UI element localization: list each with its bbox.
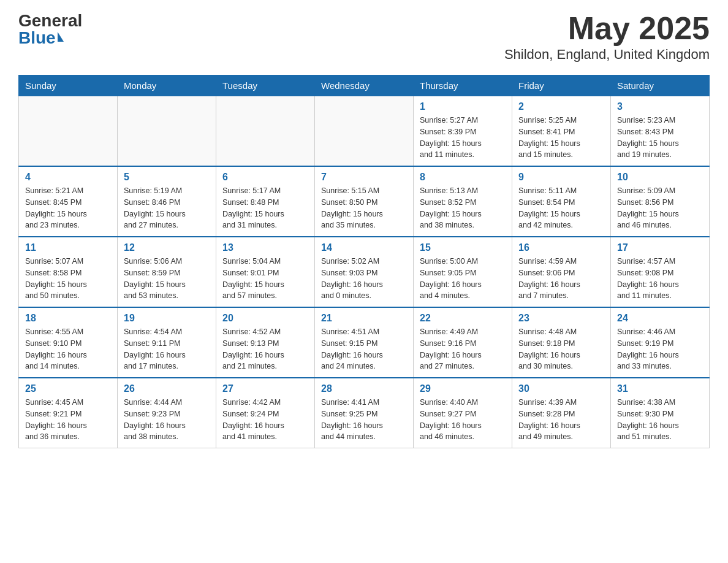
calendar-day-cell: 6Sunrise: 5:17 AMSunset: 8:48 PMDaylight… bbox=[216, 166, 315, 237]
calendar-day-cell bbox=[19, 96, 118, 167]
calendar-day-cell: 30Sunrise: 4:39 AMSunset: 9:28 PMDayligh… bbox=[512, 378, 611, 448]
calendar-day-cell: 18Sunrise: 4:55 AMSunset: 9:10 PMDayligh… bbox=[19, 307, 118, 378]
calendar-day-cell bbox=[216, 96, 315, 167]
location-title: Shildon, England, United Kingdom bbox=[504, 47, 710, 63]
calendar-day-cell: 29Sunrise: 4:40 AMSunset: 9:27 PMDayligh… bbox=[414, 378, 512, 448]
logo-triangle-icon bbox=[58, 32, 64, 42]
day-number: 12 bbox=[124, 242, 210, 253]
calendar-day-cell: 5Sunrise: 5:19 AMSunset: 8:46 PMDaylight… bbox=[118, 166, 216, 237]
day-number: 15 bbox=[420, 242, 506, 253]
logo-blue-text: Blue bbox=[18, 29, 56, 47]
day-info: Sunrise: 4:59 AMSunset: 9:06 PMDaylight:… bbox=[518, 256, 604, 302]
day-number: 17 bbox=[617, 242, 703, 253]
day-of-week-header: Tuesday bbox=[216, 75, 315, 96]
day-number: 9 bbox=[518, 172, 604, 183]
month-title: May 2025 bbox=[504, 12, 710, 44]
day-of-week-header: Sunday bbox=[19, 75, 118, 96]
day-info: Sunrise: 5:11 AMSunset: 8:54 PMDaylight:… bbox=[518, 185, 604, 231]
calendar-day-cell: 14Sunrise: 5:02 AMSunset: 9:03 PMDayligh… bbox=[315, 237, 414, 307]
day-info: Sunrise: 4:54 AMSunset: 9:11 PMDaylight:… bbox=[124, 326, 210, 372]
calendar-day-cell: 23Sunrise: 4:48 AMSunset: 9:18 PMDayligh… bbox=[512, 307, 611, 378]
day-info: Sunrise: 4:57 AMSunset: 9:08 PMDaylight:… bbox=[617, 256, 703, 302]
day-info: Sunrise: 5:02 AMSunset: 9:03 PMDaylight:… bbox=[321, 256, 407, 302]
day-number: 1 bbox=[420, 101, 506, 112]
day-of-week-header: Friday bbox=[512, 75, 611, 96]
calendar-week-row: 18Sunrise: 4:55 AMSunset: 9:10 PMDayligh… bbox=[19, 307, 710, 378]
day-info: Sunrise: 5:23 AMSunset: 8:43 PMDaylight:… bbox=[617, 115, 703, 161]
day-number: 19 bbox=[124, 313, 210, 324]
day-number: 30 bbox=[518, 383, 604, 394]
calendar-week-row: 4Sunrise: 5:21 AMSunset: 8:45 PMDaylight… bbox=[19, 166, 710, 237]
calendar-day-cell: 27Sunrise: 4:42 AMSunset: 9:24 PMDayligh… bbox=[216, 378, 315, 448]
calendar-day-cell: 4Sunrise: 5:21 AMSunset: 8:45 PMDaylight… bbox=[19, 166, 118, 237]
day-info: Sunrise: 4:38 AMSunset: 9:30 PMDaylight:… bbox=[617, 397, 703, 443]
calendar-day-cell: 31Sunrise: 4:38 AMSunset: 9:30 PMDayligh… bbox=[611, 378, 710, 448]
day-info: Sunrise: 5:25 AMSunset: 8:41 PMDaylight:… bbox=[518, 115, 604, 161]
day-number: 2 bbox=[518, 101, 604, 112]
day-number: 4 bbox=[25, 172, 111, 183]
day-number: 24 bbox=[617, 313, 703, 324]
day-info: Sunrise: 4:48 AMSunset: 9:18 PMDaylight:… bbox=[518, 326, 604, 372]
calendar-day-cell: 7Sunrise: 5:15 AMSunset: 8:50 PMDaylight… bbox=[315, 166, 414, 237]
day-info: Sunrise: 5:00 AMSunset: 9:05 PMDaylight:… bbox=[420, 256, 506, 302]
day-number: 21 bbox=[321, 313, 407, 324]
day-info: Sunrise: 4:49 AMSunset: 9:16 PMDaylight:… bbox=[420, 326, 506, 372]
day-info: Sunrise: 5:06 AMSunset: 8:59 PMDaylight:… bbox=[124, 256, 210, 302]
calendar-header-row: SundayMondayTuesdayWednesdayThursdayFrid… bbox=[19, 75, 710, 96]
day-number: 13 bbox=[222, 242, 308, 253]
day-info: Sunrise: 5:21 AMSunset: 8:45 PMDaylight:… bbox=[25, 185, 111, 231]
calendar-day-cell: 10Sunrise: 5:09 AMSunset: 8:56 PMDayligh… bbox=[611, 166, 710, 237]
day-number: 27 bbox=[222, 383, 308, 394]
calendar-day-cell: 26Sunrise: 4:44 AMSunset: 9:23 PMDayligh… bbox=[118, 378, 216, 448]
day-info: Sunrise: 4:51 AMSunset: 9:15 PMDaylight:… bbox=[321, 326, 407, 372]
calendar-day-cell: 16Sunrise: 4:59 AMSunset: 9:06 PMDayligh… bbox=[512, 237, 611, 307]
day-number: 11 bbox=[25, 242, 111, 253]
day-number: 22 bbox=[420, 313, 506, 324]
calendar-day-cell bbox=[315, 96, 414, 167]
calendar-day-cell: 21Sunrise: 4:51 AMSunset: 9:15 PMDayligh… bbox=[315, 307, 414, 378]
calendar-day-cell bbox=[118, 96, 216, 167]
calendar-table: SundayMondayTuesdayWednesdayThursdayFrid… bbox=[18, 75, 710, 448]
calendar-day-cell: 11Sunrise: 5:07 AMSunset: 8:58 PMDayligh… bbox=[19, 237, 118, 307]
day-info: Sunrise: 5:04 AMSunset: 9:01 PMDaylight:… bbox=[222, 256, 308, 302]
day-info: Sunrise: 4:41 AMSunset: 9:25 PMDaylight:… bbox=[321, 397, 407, 443]
calendar-day-cell: 9Sunrise: 5:11 AMSunset: 8:54 PMDaylight… bbox=[512, 166, 611, 237]
day-of-week-header: Wednesday bbox=[315, 75, 414, 96]
day-number: 23 bbox=[518, 313, 604, 324]
day-number: 8 bbox=[420, 172, 506, 183]
day-info: Sunrise: 4:44 AMSunset: 9:23 PMDaylight:… bbox=[124, 397, 210, 443]
day-info: Sunrise: 4:46 AMSunset: 9:19 PMDaylight:… bbox=[617, 326, 703, 372]
calendar-day-cell: 2Sunrise: 5:25 AMSunset: 8:41 PMDaylight… bbox=[512, 96, 611, 167]
day-number: 6 bbox=[222, 172, 308, 183]
calendar-day-cell: 19Sunrise: 4:54 AMSunset: 9:11 PMDayligh… bbox=[118, 307, 216, 378]
calendar-week-row: 25Sunrise: 4:45 AMSunset: 9:21 PMDayligh… bbox=[19, 378, 710, 448]
day-number: 31 bbox=[617, 383, 703, 394]
calendar-day-cell: 20Sunrise: 4:52 AMSunset: 9:13 PMDayligh… bbox=[216, 307, 315, 378]
calendar-day-cell: 13Sunrise: 5:04 AMSunset: 9:01 PMDayligh… bbox=[216, 237, 315, 307]
day-number: 29 bbox=[420, 383, 506, 394]
day-info: Sunrise: 5:09 AMSunset: 8:56 PMDaylight:… bbox=[617, 185, 703, 231]
day-number: 28 bbox=[321, 383, 407, 394]
day-info: Sunrise: 5:19 AMSunset: 8:46 PMDaylight:… bbox=[124, 185, 210, 231]
day-info: Sunrise: 5:27 AMSunset: 8:39 PMDaylight:… bbox=[420, 115, 506, 161]
day-of-week-header: Saturday bbox=[611, 75, 710, 96]
logo: General Blue bbox=[18, 12, 82, 47]
calendar-day-cell: 24Sunrise: 4:46 AMSunset: 9:19 PMDayligh… bbox=[611, 307, 710, 378]
day-of-week-header: Thursday bbox=[414, 75, 512, 96]
calendar-day-cell: 17Sunrise: 4:57 AMSunset: 9:08 PMDayligh… bbox=[611, 237, 710, 307]
day-info: Sunrise: 4:52 AMSunset: 9:13 PMDaylight:… bbox=[222, 326, 308, 372]
day-info: Sunrise: 4:39 AMSunset: 9:28 PMDaylight:… bbox=[518, 397, 604, 443]
day-number: 18 bbox=[25, 313, 111, 324]
day-number: 10 bbox=[617, 172, 703, 183]
day-info: Sunrise: 5:15 AMSunset: 8:50 PMDaylight:… bbox=[321, 185, 407, 231]
day-info: Sunrise: 4:55 AMSunset: 9:10 PMDaylight:… bbox=[25, 326, 111, 372]
day-info: Sunrise: 4:40 AMSunset: 9:27 PMDaylight:… bbox=[420, 397, 506, 443]
day-number: 20 bbox=[222, 313, 308, 324]
day-of-week-header: Monday bbox=[118, 75, 216, 96]
calendar-day-cell: 15Sunrise: 5:00 AMSunset: 9:05 PMDayligh… bbox=[414, 237, 512, 307]
calendar-week-row: 1Sunrise: 5:27 AMSunset: 8:39 PMDaylight… bbox=[19, 96, 710, 167]
day-info: Sunrise: 5:13 AMSunset: 8:52 PMDaylight:… bbox=[420, 185, 506, 231]
calendar-day-cell: 3Sunrise: 5:23 AMSunset: 8:43 PMDaylight… bbox=[611, 96, 710, 167]
calendar-day-cell: 28Sunrise: 4:41 AMSunset: 9:25 PMDayligh… bbox=[315, 378, 414, 448]
calendar-day-cell: 22Sunrise: 4:49 AMSunset: 9:16 PMDayligh… bbox=[414, 307, 512, 378]
